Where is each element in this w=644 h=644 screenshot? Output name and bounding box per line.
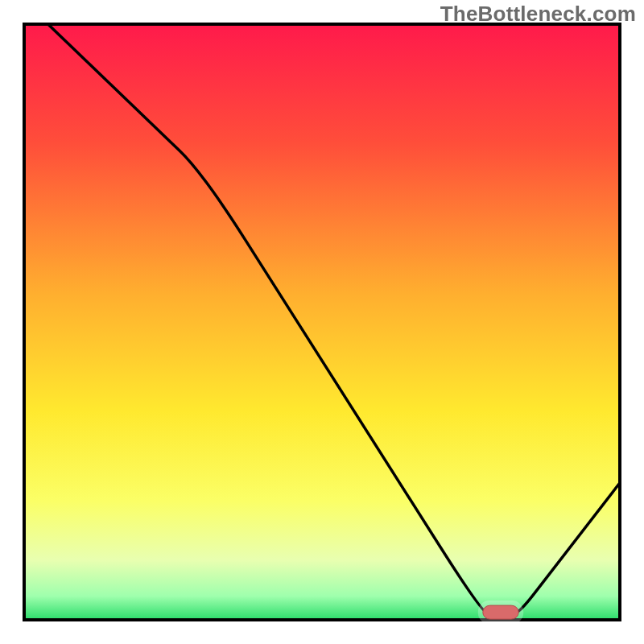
watermark-text: TheBottleneck.com [440,2,636,27]
chart-container: { "watermark": "TheBottleneck.com", "cha… [0,0,644,644]
bottleneck-chart [0,0,644,644]
optimal-marker [483,605,518,619]
plot-background [24,24,620,620]
